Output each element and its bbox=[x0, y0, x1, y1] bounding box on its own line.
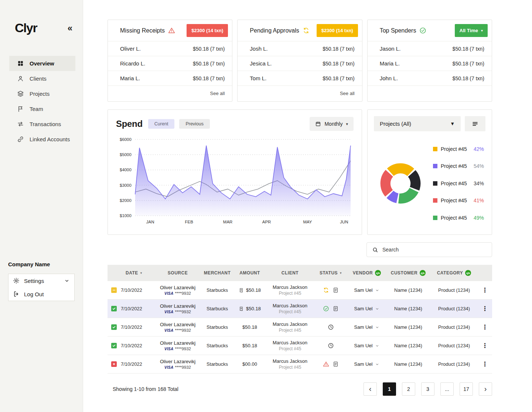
column-label: STATUS bbox=[320, 270, 338, 276]
row-menu-button[interactable]: ⋮ bbox=[480, 286, 490, 295]
chevron-down-icon bbox=[375, 325, 379, 330]
row-checkbox-checked[interactable] bbox=[111, 306, 117, 311]
row-checkbox-checked[interactable] bbox=[111, 343, 117, 348]
row-checkbox-crossed[interactable] bbox=[111, 361, 117, 367]
projects-donut-svg bbox=[375, 158, 426, 209]
chevron-down-icon: ▾ bbox=[346, 122, 348, 126]
cell-client: Marcus Jackson Project #45 bbox=[266, 340, 314, 351]
row-checkbox-checked[interactable] bbox=[111, 324, 117, 330]
page-button-ellipsis[interactable]: ... bbox=[440, 382, 454, 396]
column-header-date[interactable]: DATE▾ bbox=[121, 270, 154, 276]
see-all-link[interactable]: See all bbox=[210, 91, 225, 96]
projects-donut-chart bbox=[375, 158, 426, 209]
cell-merchant: Starbucks bbox=[201, 343, 233, 348]
person-amount: $50.18 (7 txn) bbox=[193, 75, 225, 81]
column-header-status[interactable]: STATUS▾ bbox=[314, 270, 348, 276]
card-row: Jesica L. $50.18 (7 txn) bbox=[238, 56, 362, 71]
source-card: VISA****9932 bbox=[164, 347, 191, 351]
cell-date: 7/10/2022 bbox=[121, 343, 154, 348]
table-row[interactable]: 7/10/2022 Oliver Lazarevikj VISA****9932… bbox=[108, 355, 492, 374]
sidebar-collapse-button[interactable]: « bbox=[68, 24, 72, 33]
source-name: Oliver Lazarevikj bbox=[160, 340, 195, 346]
svg-text:$4000: $4000 bbox=[120, 168, 132, 172]
table-row[interactable]: 7/10/2022 Oliver Lazarevikj VISA****9932… bbox=[108, 281, 492, 300]
amount-value: $50.18 bbox=[246, 306, 261, 311]
app-logo: Clyr bbox=[15, 21, 37, 35]
legend-item: Project #45 41% bbox=[433, 197, 484, 203]
row-menu-button[interactable]: ⋮ bbox=[480, 359, 490, 369]
amount-value: $50.18 bbox=[246, 287, 261, 293]
vendor-dropdown[interactable]: Sam Uel bbox=[354, 361, 380, 367]
summary-cards-row: Missing Receipts $2300 (14 txn) Oliver L… bbox=[108, 20, 492, 102]
vendor-dropdown[interactable]: Sam Uel bbox=[354, 287, 380, 293]
client-name: Marcus Jackson bbox=[273, 303, 307, 308]
vendor-value: Sam Uel bbox=[354, 324, 373, 330]
sidebar-item-projects[interactable]: Projects bbox=[9, 86, 75, 101]
cell-client: Marcus Jackson Project #45 bbox=[266, 303, 314, 314]
vendor-dropdown[interactable]: Sam Uel bbox=[354, 343, 380, 348]
vendor-dropdown[interactable]: Sam Uel bbox=[354, 324, 380, 330]
sidebar-item-clients[interactable]: Clients bbox=[9, 71, 75, 86]
top-spenders-period-dropdown[interactable]: All Time▾ bbox=[455, 24, 488, 37]
prev-page-button[interactable]: ‹ bbox=[364, 382, 377, 396]
cell-date: 7/10/2022 bbox=[121, 324, 154, 330]
sidebar-item-overview[interactable]: Overview bbox=[9, 56, 75, 71]
person-name: Maria L. bbox=[380, 60, 400, 67]
page-button-1[interactable]: 1 bbox=[383, 382, 396, 396]
visa-logo: VISA bbox=[164, 291, 174, 296]
page-button-3[interactable]: 3 bbox=[421, 382, 434, 396]
layers-icon bbox=[17, 90, 24, 97]
legend-label: Project #45 bbox=[441, 163, 467, 169]
legend-percent: 42% bbox=[474, 146, 484, 152]
client-name: Marcus Jackson bbox=[273, 321, 307, 327]
top-spenders-card: Top Spenders All Time▾ Jason L. $50.18 (… bbox=[367, 20, 492, 102]
card-row: Jason L. $50.18 (7 txn) bbox=[368, 41, 492, 56]
search-input[interactable] bbox=[382, 247, 487, 253]
sidebar-item-team[interactable]: Team bbox=[9, 101, 75, 116]
page-button-17[interactable]: 17 bbox=[460, 382, 473, 396]
period-dropdown[interactable]: Monthly ▾ bbox=[310, 117, 354, 131]
chevron-down-icon: ▾ bbox=[481, 28, 483, 33]
cell-status bbox=[314, 324, 348, 330]
sidebar-item-linked-accounts[interactable]: Linked Accounts bbox=[9, 132, 75, 147]
legend-label: Project #45 bbox=[441, 180, 467, 186]
missing-receipts-badge: $2300 (14 txn) bbox=[187, 24, 228, 37]
row-menu-button[interactable]: ⋮ bbox=[480, 341, 490, 350]
row-menu-button[interactable]: ⋮ bbox=[480, 304, 490, 313]
see-all-link[interactable]: See all bbox=[340, 91, 355, 96]
table-row[interactable]: 7/10/2022 Oliver Lazarevikj VISA****9932… bbox=[108, 300, 492, 318]
legend-percent: 41% bbox=[474, 197, 484, 203]
cell-source: Oliver Lazarevikj VISA****9932 bbox=[154, 303, 201, 314]
search-icon bbox=[372, 247, 378, 253]
see-all-wrap: See all bbox=[238, 86, 362, 101]
spend-toggle-previous[interactable]: Previous bbox=[179, 119, 210, 129]
cell-merchant: Starbucks bbox=[201, 287, 233, 293]
logo-row: Clyr « bbox=[0, 0, 83, 35]
client-name: Marcus Jackson bbox=[273, 284, 307, 290]
sidebar-item-transactions[interactable]: Transactions bbox=[9, 116, 75, 132]
row-menu-button[interactable]: ⋮ bbox=[480, 322, 490, 332]
amount-value: $50.18 bbox=[242, 343, 257, 348]
chevron-down-icon bbox=[64, 278, 70, 284]
logout-button[interactable]: Log Out bbox=[8, 287, 74, 301]
table-row[interactable]: 7/10/2022 Oliver Lazarevikj VISA****9932… bbox=[108, 318, 492, 337]
sidebar-item-label: Clients bbox=[30, 75, 47, 82]
source-name: Oliver Lazarevikj bbox=[160, 285, 195, 290]
legend-label: Project #45 bbox=[441, 197, 467, 203]
charts-row: Spend CurentPrevious Monthly ▾ $1000$200… bbox=[108, 109, 492, 235]
next-page-button[interactable]: › bbox=[479, 382, 492, 396]
flag-icon bbox=[17, 105, 24, 112]
vendor-dropdown[interactable]: Sam Uel bbox=[354, 306, 380, 311]
svg-text:$1000: $1000 bbox=[120, 213, 132, 218]
list-view-button[interactable] bbox=[465, 116, 485, 131]
spend-toggle-curent[interactable]: Curent bbox=[148, 119, 175, 129]
table-row[interactable]: 7/10/2022 Oliver Lazarevikj VISA****9932… bbox=[108, 337, 492, 355]
projects-filter-dropdown[interactable]: Projects (All) ▼ bbox=[374, 116, 461, 131]
sidebar-nav: Overview Clients Projects Team Transacti… bbox=[0, 56, 83, 147]
person-name: Tom L. bbox=[250, 75, 266, 81]
row-checkbox-partial[interactable] bbox=[111, 287, 117, 293]
cell-amount: $50.18 bbox=[233, 306, 266, 311]
page-button-2[interactable]: 2 bbox=[402, 382, 415, 396]
pagination: ‹123...17› bbox=[364, 382, 492, 396]
settings-button[interactable]: Settings bbox=[8, 274, 74, 287]
